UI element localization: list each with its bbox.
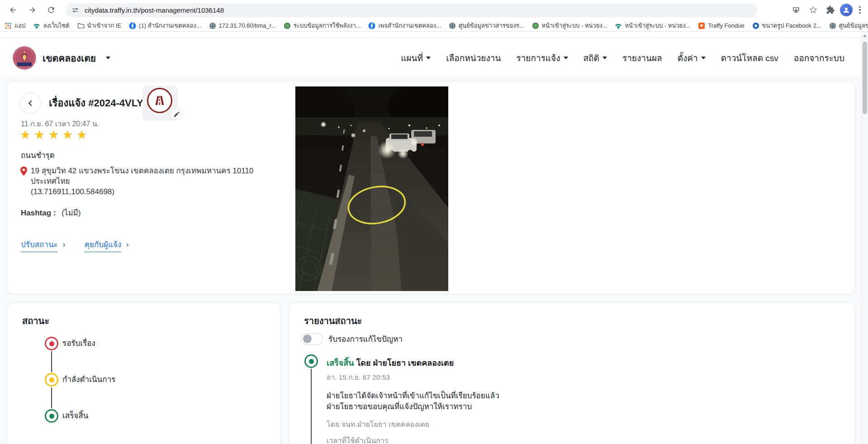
site-settings-icon [71, 6, 79, 14]
bookmark-item[interactable]: 172.31.70.60/bma_r... [209, 22, 276, 29]
forward-icon[interactable] [24, 2, 40, 18]
nav-item[interactable]: รายการแจ้ง [516, 51, 568, 65]
entry-message: ฝ่ายโยธาได้จัดเจ้าหน้าที่เข้าแก้ไขเป็นที… [327, 391, 499, 412]
bookmark-label: (1) สำนักงานเขตคลอง... [139, 21, 201, 30]
report-photo[interactable] [295, 86, 448, 291]
folder-icon [77, 22, 85, 29]
main-navigation: แผนที่เลือกหน่วยงานรายการแจ้งสถิติรายงาน… [401, 39, 844, 77]
bookmark-label: ลงเว็บไซต์ [43, 21, 69, 30]
bookmark-item[interactable]: ศูนย์ข้อมูลข่าวสารของร... [449, 21, 524, 30]
page-scrollbar[interactable] [861, 32, 868, 444]
bookmark-label: นำเข้าจาก IE [87, 21, 122, 30]
globe-icon [829, 22, 836, 29]
bookmark-item[interactable]: หน้าเข้าสู่ระบบ - หน่วยง... [532, 21, 607, 30]
chevron-down-icon [426, 57, 431, 59]
rating-stars: ★★★★★ [20, 128, 90, 142]
bookmark-item[interactable]: แอป [5, 21, 25, 30]
save-share-icon[interactable] [788, 2, 804, 18]
bookmark-item[interactable]: นำเข้าจาก IE [77, 21, 122, 30]
status-card: สถานะ รอรับเรื่องกำลังดำเนินการเสร็จสิ้น [7, 302, 280, 444]
bookmark-label: Traffy Fondue [708, 22, 744, 29]
nav-item[interactable]: แผนที่ [401, 51, 431, 65]
reload-icon[interactable] [43, 2, 59, 18]
status-step-connector [51, 351, 52, 372]
confirm-fix-toggle[interactable] [301, 333, 323, 345]
bookmark-item[interactable]: (1) สำนักงานเขตคลอง... [129, 21, 201, 30]
report-coordinates: (13.716911,100.584698) [31, 187, 114, 196]
category-badge[interactable] [142, 86, 178, 121]
chevron-right-icon [124, 241, 132, 249]
entry-datetime: อา. 15 ก.ย. 67 20:53 [327, 372, 390, 383]
confirm-fix-toggle-row: รับรองการแก้ไขปัญหา [301, 333, 403, 345]
report-detail-card: เรื่องแจ้ง #2024-4VLYC3 11 ก.ย. 67 เวลา … [7, 81, 855, 294]
entry-status-dot [304, 354, 318, 368]
district-logo [13, 46, 36, 70]
facebook-icon [129, 22, 136, 29]
scrollbar-up-arrow[interactable] [863, 34, 867, 37]
globe-icon [209, 22, 216, 29]
header-divider [0, 38, 868, 38]
profile-avatar[interactable] [840, 4, 853, 16]
status-timeline: รอรับเรื่องกำลังดำเนินการเสร็จสิ้น [7, 303, 280, 444]
status-step-label: เสร็จสิ้น [62, 409, 88, 423]
district-selector[interactable]: เขตคลองเตย [13, 46, 110, 70]
address-bar[interactable]: citydata.traffy.in.th/post-management/10… [65, 3, 757, 17]
bookmark-label: ระบบข้อมูลการใช้พลังงา... [294, 21, 360, 30]
entry-title: เสร็จสิ้น โดย ฝ่ายโยธา เขตคลองเตย [327, 356, 454, 369]
bookmarks-bar: แอปลงเว็บไซต์นำเข้าจาก IE(1) สำนักงานเขต… [0, 20, 868, 32]
district-name: เขตคลองเตย [43, 51, 96, 66]
nav-item[interactable]: เลือกหน่วยงาน [446, 51, 501, 65]
extensions-icon[interactable] [823, 2, 838, 18]
nav-item[interactable]: รายงานผล [622, 51, 662, 65]
bookmark-item[interactable]: Traffy Fondue [698, 22, 744, 29]
bookmark-label: ศูนย์ข้อมูลข่าวสารของร... [459, 21, 524, 30]
update-status-link[interactable]: ปรับสถานะ [21, 238, 68, 252]
traffy-icon [698, 22, 705, 29]
report-location: 19 สุขุมวิท 42 แขวงพระโขนง เขตคลองเตย กร… [19, 166, 291, 197]
bookmark-item[interactable]: ศูนย์ข้อมูลข่าวสารของร... [829, 21, 868, 30]
entry-timeline-line [311, 369, 312, 444]
report-title: เรื่องแจ้ง #2024-4VLYC3 [49, 95, 156, 111]
bookmark-item[interactable]: หน้าเข้าสู่ระบบ - หน่วยง... [615, 21, 690, 30]
chevron-down-icon [106, 57, 110, 59]
status-step-connector [51, 387, 52, 408]
bookmark-item[interactable]: เพจสำนักงานเขตคลอง... [368, 21, 441, 30]
bookmark-label: 172.31.70.60/bma_r... [219, 22, 276, 29]
bookmark-item[interactable]: ระบบข้อมูลการใช้พลังงา... [284, 21, 360, 30]
chevron-right-icon [61, 241, 68, 249]
chrome-menu-icon[interactable] [854, 2, 865, 18]
chevron-down-icon [564, 57, 568, 59]
back-button[interactable] [20, 93, 41, 114]
report-address: 19 สุขุมวิท 42 แขวงพระโขนง เขตคลองเตย กร… [31, 167, 253, 186]
bookmark-label: หน้าเข้าสู่ระบบ - หน่วยง... [625, 21, 690, 30]
bookmark-label: หน้าเข้าสู่ระบบ - หน่วยง... [542, 21, 607, 30]
nav-item[interactable]: ดาวน์โหลด csv [721, 51, 778, 65]
bookmark-label: แอป [14, 21, 25, 30]
chevron-left-icon [24, 97, 36, 109]
bookmark-item[interactable]: ขนาดรูป Facebook 2... [752, 21, 821, 30]
confirm-fix-label: รับรองการแก้ไขปัญหา [328, 333, 403, 345]
nav-item[interactable]: ออกจากระบบ [794, 51, 844, 65]
wifi-icon [33, 22, 40, 29]
wifi-icon [615, 22, 622, 29]
report-description: ถนนชำรุด [21, 149, 55, 161]
chat-reporter-link[interactable]: คุยกับผู้แจ้ง [85, 238, 132, 252]
bookmark-star-icon[interactable] [806, 2, 821, 18]
status-step-label: กำลังดำเนินการ [62, 373, 115, 387]
blue-badge-icon [752, 22, 759, 29]
status-step-dot [45, 337, 58, 350]
bookmark-label: ศูนย์ข้อมูลข่าวสารของร... [839, 21, 868, 30]
green-badge-icon [284, 22, 291, 29]
entry-duration-label: เวลาที่ใช้ดำเนินการ [327, 435, 388, 444]
url-text: citydata.traffy.in.th/post-management/10… [85, 6, 224, 14]
bookmark-item[interactable]: ลงเว็บไซต์ [33, 21, 69, 30]
green-badge-icon [532, 22, 539, 29]
nav-item[interactable]: สถิติ [583, 51, 607, 65]
hashtag-label: Hashtag : [21, 209, 56, 217]
browser-toolbar: citydata.traffy.in.th/post-management/10… [0, 0, 868, 20]
nav-item[interactable]: ตั้งค่า [678, 51, 706, 65]
edit-category-icon[interactable] [171, 109, 181, 119]
back-icon[interactable] [5, 2, 21, 18]
hashtag-value: (ไม่มี) [62, 209, 81, 217]
scrollbar-thumb[interactable] [863, 42, 867, 114]
